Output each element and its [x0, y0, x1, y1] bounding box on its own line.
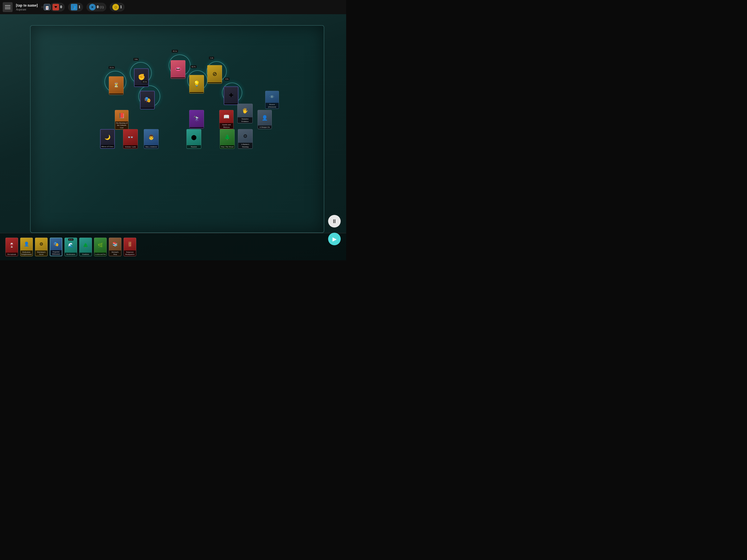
card-hourglass[interactable]: ⏳ — [109, 76, 124, 95]
card-lips[interactable]: 👄 — [171, 60, 185, 79]
lightbulb-icon: 💡 — [189, 75, 204, 92]
table: 21.1s 3.0s 41.1s 32.7s 1.2s 21.1s 4.5s ⏳… — [30, 25, 324, 233]
card-passion[interactable]: ⬤ Passion — [186, 129, 201, 149]
barbers-label: A Barber's Warning — [238, 143, 252, 149]
bottom-card-lockwood[interactable]: 🌿 Lockwood Fen — [94, 238, 107, 256]
lips-label — [171, 77, 185, 78]
card-mask[interactable]: 🎭 — [140, 91, 155, 109]
apollo-label: Apollo and Marsyas — [220, 123, 233, 129]
player-title: Aspirant — [16, 8, 38, 11]
timer-slot5: 1.2s — [209, 57, 214, 59]
passion-label: Passion — [187, 145, 201, 149]
card-way-wood[interactable]: 🌲 Way: The Wood — [220, 129, 235, 149]
barbers-icon: ⚙ — [238, 129, 252, 143]
card-mirror[interactable]: 🌙 Mirror of Glory — [100, 129, 115, 149]
timer-slot2: 3.0s — [133, 58, 138, 61]
hanger-icon: 👤 — [258, 110, 272, 126]
card-hanger[interactable]: 👤 A Hanger-On — [258, 110, 272, 129]
card-scholar[interactable]: 👓 Scholar: Latin — [123, 129, 138, 149]
card-slee[interactable]: 👨 Slee, a believer — [144, 129, 159, 149]
timer-slot6: 21.1s — [141, 80, 148, 83]
stat-gold: ⬡ 1 — [110, 3, 125, 11]
bottom-card-decrepitude[interactable]: 🍷 Decrepitude — [5, 238, 18, 256]
morlands-icon: 📚 — [109, 238, 121, 251]
card-icon: 🃏 — [44, 4, 50, 10]
restlessness-timer: 21.1s — [68, 238, 74, 240]
gold-icon: ⬡ — [112, 4, 119, 10]
lips-icon: 👄 — [171, 60, 185, 77]
stat-card: 🃏 — [41, 6, 47, 8]
hanger-label: A Hanger-On — [258, 126, 272, 129]
timer-slot1: 21.1s — [108, 66, 115, 69]
card-vinyl[interactable]: ⊘ — [207, 65, 222, 84]
hourglass-icon: ⏳ — [109, 77, 123, 94]
timer-slot4: 32.7s — [190, 65, 197, 68]
blue-value: 1 — [78, 5, 80, 9]
scope-label — [189, 127, 204, 128]
slee-label: Slee, a believer — [144, 145, 158, 149]
vinyl-icon: ⊘ — [208, 65, 222, 82]
dedication-icon: 👤 — [21, 238, 32, 251]
scholar-icon: 👓 — [123, 129, 137, 145]
forgotten-icon: 🎭 — [50, 238, 62, 250]
top-bar: [tap to name] Aspirant 🃏 ❤ 0 📘 1 👁 0 (1)… — [0, 0, 346, 14]
burning-icon: 📕 — [115, 110, 128, 121]
restlessness-label: Restlessness — [65, 253, 77, 256]
heart-value: 0 — [60, 5, 62, 9]
lockwood-label: Lockwood Fen — [94, 253, 106, 256]
stat-heart: ❤ 0 — [50, 3, 65, 11]
forgotten-label: Forgotten Mithraeum — [50, 250, 62, 256]
lightbulb-label — [189, 92, 204, 93]
timer-slot3: 41.1s — [172, 50, 178, 52]
bottom-card-morlands[interactable]: 📚 Morland's Shop — [109, 238, 121, 256]
compass-icon: ✚ — [224, 87, 238, 103]
passion-icon: ⬤ — [187, 129, 201, 145]
temporary-label: Temporary Headquarters — [124, 251, 136, 256]
card-tentative[interactable]: 30.5s 🖐 Tentative Evidence — [237, 104, 253, 123]
burning-label: The Burning of the Unburnt God — [115, 121, 128, 129]
temporary-icon: 🚪 — [124, 238, 136, 251]
menu-button[interactable] — [3, 2, 12, 12]
bottom-card-forgotten[interactable]: 🎭 Forgotten Mithraeum — [50, 238, 62, 256]
bottom-card-erudition[interactable]: 🌲 Erudition — [79, 238, 92, 256]
compass-label — [224, 103, 238, 104]
erudition-icon: 🌲 — [80, 238, 92, 253]
erudition-label: Erudition — [80, 253, 92, 256]
slee-icon: 👨 — [144, 129, 158, 145]
mirror-label: Mirror of Glory — [101, 145, 114, 148]
decrepitude-icon: 🍷 — [6, 238, 18, 253]
bottom-card-restlessness[interactable]: 21.1s 🌊 Restlessness — [65, 238, 77, 256]
lockwood-icon: 🌿 — [94, 238, 106, 253]
eye-value: 0 — [97, 5, 99, 9]
timer-slot7: 4.5s — [224, 78, 229, 80]
eye-extra: (1) — [100, 5, 104, 9]
card-lightbulb[interactable]: 💡 — [189, 75, 204, 94]
card-apollo[interactable]: 📖 Apollo and Marsyas — [219, 110, 233, 129]
card-barbers[interactable]: ⚙ A Barber's Warning — [238, 129, 253, 149]
apollo-icon: 📖 — [220, 110, 233, 123]
tentative-label: Tentative Evidence — [238, 117, 252, 123]
heart-icon: ❤ — [52, 4, 59, 10]
pause-button[interactable]: ⏸ — [328, 215, 341, 228]
player-info: [tap to name] Aspirant — [16, 3, 38, 11]
vinyl-label — [208, 82, 222, 83]
game-board: 21.1s 3.0s 41.1s 32.7s 1.2s 21.1s 4.5s ⏳… — [0, 14, 346, 260]
player-name[interactable]: [tap to name] — [16, 3, 38, 8]
dedication-label: Dedication: Enlightenment — [21, 251, 32, 256]
eye-icon: 👁 — [89, 4, 96, 10]
tentative-icon: 🖐 — [238, 104, 252, 117]
bottom-card-temporary[interactable]: 🚪 Temporary Headquarters — [124, 238, 136, 256]
card-reason[interactable]: 👁 Reason [Dimmed] — [265, 91, 279, 109]
stat-blue: 📘 1 — [68, 3, 83, 11]
card-scope[interactable]: 🔭 — [189, 110, 204, 128]
mask-icon: 🎭 — [140, 91, 154, 108]
bottom-card-dedication[interactable]: 👤 Dedication: Enlightenment — [20, 238, 33, 256]
bottom-shelf: 🍷 Decrepitude 👤 Dedication: Enlightenmen… — [0, 233, 346, 260]
play-button[interactable]: ▶ — [328, 233, 341, 245]
reason-icon: 👁 — [265, 91, 279, 103]
card-burning[interactable]: 📕 The Burning of the Unburnt God — [115, 110, 129, 130]
card-fist[interactable]: ✊ — [134, 68, 149, 87]
hourglass-label — [109, 94, 123, 95]
card-compass[interactable]: ✚ — [224, 86, 238, 105]
bottom-card-watchman[interactable]: ⚙ Watchman's Secret — [35, 238, 48, 256]
